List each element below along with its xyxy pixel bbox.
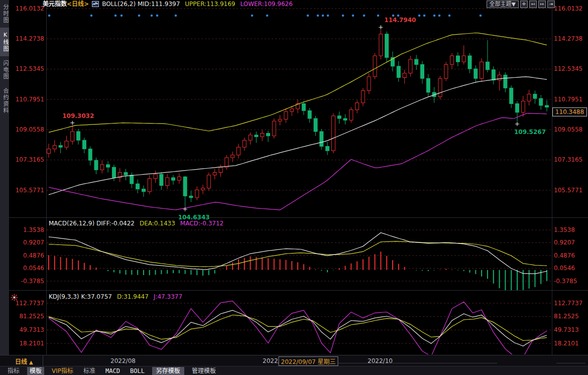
jump-end-icon[interactable]: ⇥: [547, 1, 555, 8]
candle: [426, 78, 430, 92]
candle: [142, 189, 146, 192]
time-axis: 日线▲ 2022/082022/092022/09/07 星期三2022/10: [0, 355, 588, 366]
event-dot: [480, 15, 482, 17]
bottom-tab-标准[interactable]: 标准: [81, 367, 98, 375]
event-dot: [327, 15, 329, 17]
candle: [421, 65, 424, 79]
bottom-tab-VIP指标[interactable]: VIP指标: [49, 367, 76, 375]
candle: [343, 118, 347, 120]
bottom-tab-另存模板[interactable]: 另存模板: [152, 367, 184, 375]
indicator-tab-bar: 指标模板VIP指标标准MACDBOLL另存模板管理模板: [0, 366, 588, 375]
candle: [361, 91, 365, 103]
candle: [201, 188, 205, 190]
axis-label: 112.5345: [10, 66, 44, 72]
axis-label: 0.9207: [554, 239, 587, 246]
candle: [106, 165, 110, 167]
candle: [498, 75, 501, 80]
candle: [397, 66, 400, 78]
crosshair-date-label: 2022/09/07 星期三: [279, 356, 338, 366]
sidebar-item-3[interactable]: 合约资料: [0, 84, 9, 118]
candle: [207, 175, 210, 188]
candle: [510, 88, 513, 103]
candle: [88, 149, 92, 161]
event-dot: [121, 15, 123, 17]
candle: [124, 173, 128, 175]
event-dot: [156, 15, 159, 17]
chart-canvas[interactable]: 109.3032104.6343114.7940109.5267: [0, 0, 588, 375]
event-dot: [322, 15, 324, 17]
macd-macd-label: MACD:-0.3712: [180, 220, 223, 227]
scrollbar-track[interactable]: [331, 363, 497, 363]
event-dot: [48, 15, 51, 17]
candle: [136, 184, 140, 189]
candle: [302, 104, 305, 111]
event-dot: [418, 15, 421, 17]
candle: [213, 173, 216, 175]
mini-chart-icon: [92, 1, 99, 9]
scrollbar-track[interactable]: [556, 363, 585, 363]
candle: [492, 70, 495, 80]
event-dot: [433, 15, 436, 17]
candle: [480, 62, 484, 78]
candle: [367, 77, 371, 91]
axis-label: 105.5771: [554, 187, 587, 194]
axis-label: 81.2525: [10, 313, 44, 320]
candle: [516, 104, 519, 112]
candle: [545, 105, 549, 107]
theme-dropdown[interactable]: 全部主题▼: [487, 1, 519, 8]
macd-name-label: MACD(26,12,9) DIFF:-0.0422: [49, 220, 135, 227]
candle: [326, 147, 329, 151]
period-selector[interactable]: 日线▲: [15, 357, 33, 365]
bottom-tab-指标[interactable]: 指标: [5, 367, 22, 375]
candle: [415, 59, 418, 64]
candle: [112, 167, 115, 178]
kdj-header: KDJ(9,3,3) K:37.0757D:31.9447J:47.3377: [49, 293, 182, 300]
candle: [71, 132, 74, 141]
axis-label: 0.0546: [10, 265, 44, 272]
event-dot: [438, 15, 441, 17]
candle: [373, 56, 377, 77]
candle: [409, 59, 412, 73]
candle: [261, 134, 264, 137]
kdj-d-label: D:31.9447: [117, 293, 149, 300]
candle: [521, 101, 525, 112]
sidebar-item-2[interactable]: 闪电图: [0, 56, 9, 84]
candle: [272, 121, 276, 136]
axis-label: 0.4876: [10, 253, 44, 259]
axis-label: 0.0546: [554, 265, 587, 272]
bottom-tab-管理模板[interactable]: 管理模板: [189, 367, 218, 375]
axis-label: 49.7313: [554, 327, 587, 333]
candle: [160, 174, 163, 186]
bottom-tab-BOLL[interactable]: BOLL: [128, 367, 147, 375]
sidebar-item-0[interactable]: 分时图: [0, 0, 9, 28]
divider: [43, 355, 43, 366]
axis-label: 1.3538: [554, 227, 587, 233]
event-dot: [90, 15, 93, 17]
axis-label: -0.3785: [554, 278, 587, 285]
header-toolbar: 全部主题▼ ✛↤↦⇥: [487, 1, 555, 8]
event-dot: [448, 15, 451, 17]
candle: [237, 147, 240, 155]
candle: [130, 175, 134, 184]
move-crosshair-icon[interactable]: ✛: [520, 1, 528, 8]
candle: [438, 78, 442, 96]
candle: [539, 98, 543, 105]
event-dot: [377, 15, 380, 17]
bottom-tab-MACD[interactable]: MACD: [103, 367, 123, 375]
candle: [527, 94, 531, 101]
compress-left-icon[interactable]: ↤: [529, 1, 537, 8]
axis-label: 107.3165: [554, 157, 587, 163]
indicator-settings-icon[interactable]: [11, 294, 18, 303]
expand-right-icon[interactable]: ↦: [538, 1, 546, 8]
sidebar-item-1[interactable]: K线图: [0, 28, 9, 56]
candle: [47, 149, 51, 154]
candle: [450, 56, 454, 64]
event-dot: [342, 15, 344, 17]
candle: [308, 110, 311, 118]
triangle-up-icon: ▲: [29, 359, 33, 365]
boll-mid-label: BOLL(26,2) MID:111.9397: [102, 1, 180, 8]
candle: [183, 177, 187, 196]
bottom-tab-模板[interactable]: 模板: [27, 367, 44, 375]
candle: [320, 132, 323, 147]
candle: [456, 56, 459, 62]
